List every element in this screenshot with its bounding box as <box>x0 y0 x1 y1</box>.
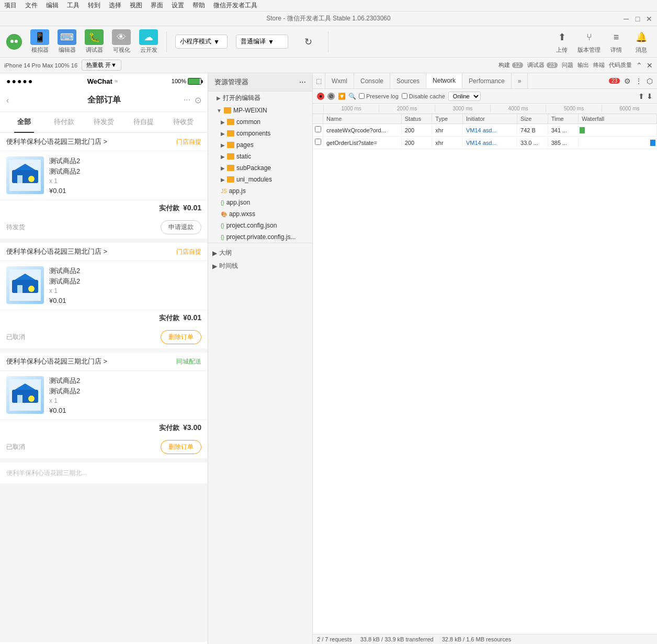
expand-button[interactable]: ⌃ <box>636 61 642 70</box>
menu-settings[interactable]: 设置 <box>172 1 184 10</box>
file-static[interactable]: ▶ static <box>208 151 312 162</box>
row-type-2: xhr <box>432 138 463 148</box>
menu-goto[interactable]: 转到 <box>88 1 100 10</box>
file-subpackage[interactable]: ▶ subPackage <box>208 162 312 174</box>
record-button[interactable]: ● <box>317 93 324 100</box>
search-icon-phone[interactable]: ⊙ <box>195 95 201 105</box>
file-app-wxss[interactable]: 🎨 app.wxss <box>208 208 312 220</box>
file-root[interactable]: ▼ MP-WEIXIN <box>208 105 312 116</box>
action-btn-1[interactable]: 申请退款 <box>161 220 201 234</box>
col-initiator[interactable]: Initiator <box>463 114 517 123</box>
order-status-2: 已取消 <box>6 333 25 342</box>
file-app-js[interactable]: JS app.js <box>208 185 312 197</box>
store-name-2[interactable]: 便利羊保利心语花园三期北门店 > <box>6 247 107 256</box>
timeline-item[interactable]: ▶ 时间线 <box>212 259 308 273</box>
net-row-2[interactable]: getOrderList?state= 200 xhr VM14 asd... … <box>313 137 657 149</box>
editor-mode-chevron: ▼ <box>268 38 274 46</box>
tab-pending-pay[interactable]: 待付款 <box>44 112 84 132</box>
mode-dropdown[interactable]: 小程序模式 ▼ <box>175 35 228 49</box>
tab-sources[interactable]: Sources <box>390 73 426 88</box>
menu-view[interactable]: 视图 <box>130 1 142 10</box>
editor-button[interactable]: ⌨ 编辑器 <box>58 29 76 54</box>
file-components[interactable]: ▶ components <box>208 128 312 139</box>
menu-tools[interactable]: 工具 <box>67 1 80 10</box>
col-status[interactable]: Status <box>402 114 433 123</box>
menu-project[interactable]: 项目 <box>4 1 17 10</box>
disable-cache-checkbox[interactable] <box>402 93 407 99</box>
row-checkbox-2[interactable] <box>313 137 323 149</box>
tick-4000: 4000 ms <box>490 105 546 112</box>
menu-file[interactable]: 文件 <box>25 1 38 10</box>
disable-cache-label[interactable]: Disable cache <box>402 93 445 99</box>
cloud-label: 云开发 <box>140 46 157 54</box>
file-pages[interactable]: ▶ pages <box>208 139 312 151</box>
file-open-editor[interactable]: ▶ 打开的编辑器 <box>208 92 312 105</box>
devtools-left-icon[interactable]: ⬚ <box>313 73 325 88</box>
more-icon-dt[interactable]: ⋮ <box>635 77 642 85</box>
action-btn-3[interactable]: 删除订单 <box>161 440 201 454</box>
hot-reload-button[interactable]: 热重载 开▼ <box>82 60 121 71</box>
editor-mode-label: 普通编译 <box>241 37 266 46</box>
file-uni-modules[interactable]: ▶ uni_modules <box>208 174 312 185</box>
simulator-button[interactable]: 📱 模拟器 <box>30 29 49 54</box>
file-app-json[interactable]: {} app.json <box>208 197 312 208</box>
col-size[interactable]: Size <box>517 114 548 123</box>
tab-pending-ship[interactable]: 待发货 <box>84 112 123 132</box>
tab-more[interactable]: » <box>512 73 528 88</box>
tab-pending-pickup[interactable]: 待自提 <box>124 112 164 132</box>
detail-button[interactable]: ≡ 详情 <box>607 29 626 54</box>
order-tabs: 全部 待付款 待发货 待自提 待收货 <box>0 112 208 133</box>
compile-section: 构建 12 <box>499 61 523 69</box>
back-button[interactable]: ‹ <box>6 96 9 105</box>
settings-icon[interactable]: ⚙ <box>624 77 631 85</box>
throttle-select[interactable]: Online <box>448 92 481 101</box>
upload-button[interactable]: ⬆ 上传 <box>552 29 571 54</box>
preserve-log-checkbox[interactable] <box>359 93 365 99</box>
detail-icon: ≡ <box>607 29 626 45</box>
col-name[interactable]: Name <box>323 114 402 123</box>
filter-icon[interactable]: 🔽 <box>338 93 345 100</box>
maximize-button[interactable]: □ <box>634 15 641 22</box>
action-btn-2[interactable]: 删除订单 <box>161 330 201 344</box>
tab-pending-receive[interactable]: 待收货 <box>164 112 203 132</box>
col-waterfall[interactable]: Waterfall <box>579 114 657 123</box>
visible-button[interactable]: 👁 可视化 <box>112 29 131 54</box>
menu-devtools[interactable]: 微信开发者工具 <box>213 1 257 10</box>
minimize-button[interactable]: ─ <box>622 15 630 22</box>
editor-mode-dropdown[interactable]: 普通编译 ▼ <box>236 35 288 49</box>
version-button[interactable]: ⑂ 版本管理 <box>577 29 601 54</box>
row-time-1: 341 ... <box>548 125 579 135</box>
refresh-button[interactable]: ↻ <box>299 34 318 50</box>
msg-button[interactable]: 🔔 消息 <box>632 29 651 54</box>
tab-console[interactable]: Console <box>354 73 390 88</box>
tab-performance[interactable]: Performance <box>462 73 512 88</box>
col-time[interactable]: Time <box>548 114 579 123</box>
close-panel-button[interactable]: ✕ <box>647 61 653 70</box>
tab-wxml[interactable]: Wxml <box>325 73 354 88</box>
file-project-config[interactable]: {} project.config.json <box>208 220 312 231</box>
cloud-button[interactable]: ☁ 云开发 <box>139 29 158 54</box>
explorer-more-icon[interactable]: ··· <box>299 77 306 87</box>
store-name-1[interactable]: 便利羊保利心语花园三期北门店 > <box>6 137 107 146</box>
file-project-private[interactable]: {} project.private.config.js... <box>208 231 312 243</box>
menu-edit[interactable]: 编辑 <box>46 1 59 10</box>
col-type[interactable]: Type <box>432 114 463 123</box>
net-row-1[interactable]: createWxQrcode?ord... 200 xhr VM14 asd..… <box>313 124 657 137</box>
row-checkbox-1[interactable] <box>313 124 323 136</box>
file-common[interactable]: ▶ common <box>208 116 312 128</box>
outline-item[interactable]: ▶ 大纲 <box>212 246 308 259</box>
close-button[interactable]: ✕ <box>645 15 653 22</box>
menu-select[interactable]: 选择 <box>109 1 121 10</box>
preserve-log-label[interactable]: Preserve log <box>359 93 399 99</box>
tab-network[interactable]: Network <box>426 73 462 88</box>
store-name-3[interactable]: 便利羊保利心语花园三期北门店 > <box>6 357 107 366</box>
menu-help[interactable]: 帮助 <box>192 1 205 10</box>
clear-button[interactable]: ⊘ <box>327 93 335 100</box>
net-table-header: Name Status Type Initiator Size Time Wat… <box>313 114 657 124</box>
menu-interface[interactable]: 界面 <box>151 1 163 10</box>
debugger-button[interactable]: 🐛 调试器 <box>85 29 104 54</box>
search-icon-net[interactable]: 🔍 <box>348 93 356 100</box>
expand-devtools-icon[interactable]: ⬡ <box>647 77 653 85</box>
more-icon[interactable]: ··· <box>184 95 190 105</box>
tab-all[interactable]: 全部 <box>4 112 44 132</box>
